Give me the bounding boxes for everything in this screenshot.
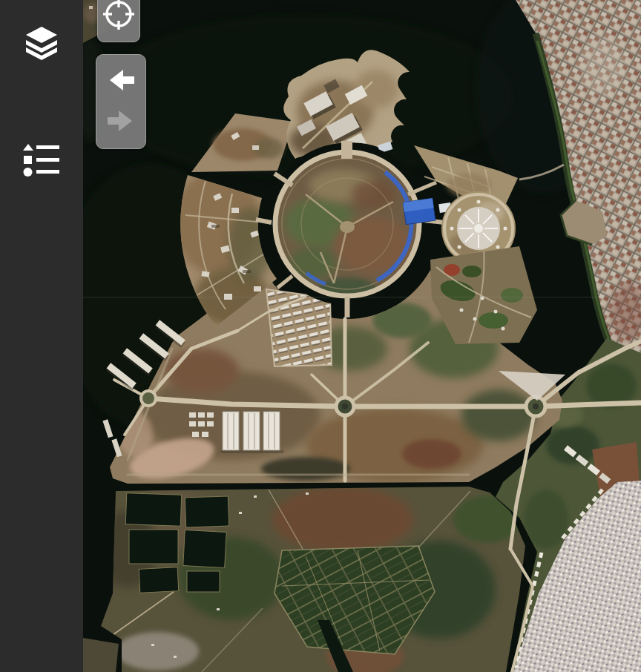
history-forward-button[interactable] (100, 103, 142, 142)
sidebar (0, 0, 83, 672)
bare-soil-patch (272, 487, 413, 552)
map-application-window (0, 0, 641, 672)
history-back-button[interactable] (100, 62, 142, 101)
bottom-left-shore (83, 638, 119, 672)
arrow-left-icon (106, 68, 136, 94)
satellite-map (83, 0, 641, 672)
arrow-right-icon (106, 109, 136, 135)
layers-button[interactable] (0, 7, 83, 79)
history-navigation-panel (96, 54, 146, 149)
image-seam-line (83, 297, 641, 297)
fish-ponds (125, 493, 229, 593)
legend-list-icon (22, 143, 62, 177)
southern-marsh (98, 487, 525, 672)
legend-button[interactable] (0, 125, 83, 196)
crosshair-reticle-icon (101, 0, 137, 35)
blue-roof-building (403, 198, 435, 224)
layers-icon (22, 23, 62, 63)
roundabout-west (141, 391, 156, 406)
map-viewport[interactable] (83, 0, 641, 672)
geolocate-button[interactable] (97, 0, 140, 42)
